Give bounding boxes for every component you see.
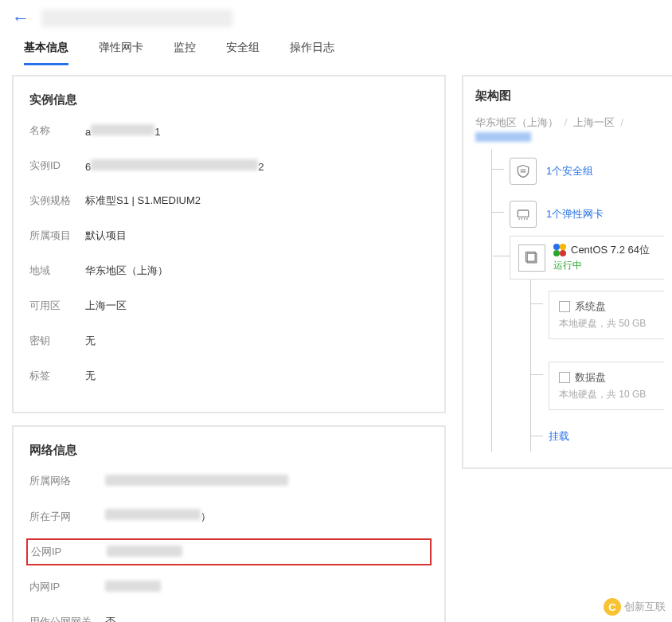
row-spec: 实例规格 标准型S1 | S1.MEDIUM2 bbox=[29, 194, 428, 208]
network-card-icon bbox=[510, 201, 537, 228]
data-disk-desc: 本地硬盘，共 10 GB bbox=[559, 388, 654, 401]
instance-info-title: 实例信息 bbox=[29, 92, 428, 108]
shield-icon bbox=[510, 158, 537, 185]
value-vpc bbox=[105, 475, 288, 488]
row-subnet: 所在子网 ） bbox=[29, 509, 428, 524]
breadcrumb-sep-icon: / bbox=[621, 116, 624, 128]
row-keypair: 密钥 无 bbox=[29, 334, 428, 348]
value-private-ip bbox=[105, 581, 161, 594]
label-private-ip: 内网IP bbox=[29, 580, 105, 594]
watermark-text: 创新互联 bbox=[624, 600, 666, 614]
network-info-title: 网络信息 bbox=[29, 443, 428, 458]
label-public-ip: 公网IP bbox=[31, 545, 107, 559]
row-zone: 可用区 上海一区 bbox=[29, 299, 428, 313]
label-keypair: 密钥 bbox=[29, 334, 85, 348]
disk-icon bbox=[559, 301, 570, 312]
value-instance-id: 62 bbox=[85, 159, 264, 173]
label-zone: 可用区 bbox=[29, 299, 85, 313]
value-keypair: 无 bbox=[85, 334, 96, 348]
row-gateway: 用作公网网关 否 bbox=[29, 615, 428, 622]
label-tag: 标签 bbox=[29, 369, 85, 383]
row-public-ip: 公网IP bbox=[31, 545, 427, 559]
label-region: 地域 bbox=[29, 264, 85, 278]
watermark-logo-icon: C bbox=[604, 598, 621, 616]
tree-node-os: CentOS 7.2 64位 运行中 bbox=[510, 236, 664, 280]
server-stack-icon bbox=[518, 244, 545, 272]
svg-rect-2 bbox=[518, 210, 528, 217]
tree-node-data-disk: 数据盘 本地硬盘，共 10 GB bbox=[531, 350, 664, 421]
public-ip-highlight: 公网IP bbox=[26, 538, 432, 565]
tabs-bar: 基本信息 弹性网卡 监控 安全组 操作日志 bbox=[0, 33, 672, 65]
value-name: a1 bbox=[85, 124, 160, 138]
value-subnet: ） bbox=[105, 509, 211, 524]
architecture-tree: 1个安全组 1个弹性网卡 CentOS 7.2 64位 bbox=[491, 150, 664, 452]
os-status: 运行中 bbox=[553, 259, 650, 272]
label-subnet: 所在子网 bbox=[29, 510, 105, 524]
value-public-ip bbox=[107, 546, 182, 559]
watermark: C 创新互联 bbox=[604, 598, 666, 616]
tree-node-system-disk: 系统盘 本地硬盘，共 50 GB bbox=[531, 280, 664, 350]
system-disk-desc: 本地硬盘，共 50 GB bbox=[559, 317, 654, 331]
tab-eni[interactable]: 弹性网卡 bbox=[99, 41, 143, 65]
security-group-link[interactable]: 1个安全组 bbox=[546, 165, 593, 177]
row-tag: 标签 无 bbox=[29, 369, 428, 383]
tree-node-security-group: 1个安全组 bbox=[492, 150, 664, 193]
row-region: 地域 华东地区（上海） bbox=[29, 264, 428, 278]
os-name: CentOS 7.2 64位 bbox=[571, 243, 650, 257]
architecture-title: 架构图 bbox=[475, 88, 664, 104]
architecture-breadcrumb: 华东地区（上海） / 上海一区 / bbox=[475, 115, 664, 142]
mount-link[interactable]: 挂载 bbox=[549, 421, 569, 452]
label-vpc: 所属网络 bbox=[29, 474, 105, 488]
architecture-panel: 架构图 华东地区（上海） / 上海一区 / 1个安全组 bbox=[462, 75, 672, 469]
back-arrow-icon[interactable]: ← bbox=[12, 8, 29, 29]
system-disk-name: 系统盘 bbox=[575, 299, 606, 314]
row-name: 名称 a1 bbox=[29, 123, 428, 138]
tree-node-eni: 1个弹性网卡 bbox=[492, 193, 664, 236]
row-vpc: 所属网络 bbox=[29, 474, 428, 488]
value-gateway: 否 bbox=[105, 615, 115, 622]
value-tag: 无 bbox=[85, 369, 96, 383]
label-name: 名称 bbox=[29, 123, 85, 138]
tab-monitor[interactable]: 监控 bbox=[174, 41, 196, 65]
tab-security-group[interactable]: 安全组 bbox=[226, 41, 260, 65]
breadcrumb-region: 华东地区（上海） bbox=[475, 116, 558, 128]
row-project: 所属项目 默认项目 bbox=[29, 229, 428, 243]
page-title-redacted bbox=[41, 10, 232, 27]
label-project: 所属项目 bbox=[29, 229, 85, 243]
value-spec: 标准型S1 | S1.MEDIUM2 bbox=[85, 194, 201, 208]
value-region: 华东地区（上海） bbox=[85, 264, 168, 278]
label-instance-id: 实例ID bbox=[29, 158, 85, 173]
disk-icon bbox=[559, 372, 570, 383]
instance-info-panel: 实例信息 名称 a1 实例ID 62 实例规格 标准型S1 | S1.MEDIU… bbox=[12, 75, 446, 413]
data-disk-name: 数据盘 bbox=[575, 370, 606, 385]
tab-basic-info[interactable]: 基本信息 bbox=[24, 41, 68, 65]
disk-subtree: 系统盘 本地硬盘，共 50 GB 数据盘 本地硬盘，共 10 GB bbox=[530, 280, 664, 452]
value-project: 默认项目 bbox=[85, 229, 127, 243]
breadcrumb-sep-icon: / bbox=[565, 116, 568, 128]
label-spec: 实例规格 bbox=[29, 194, 85, 208]
eni-link[interactable]: 1个弹性网卡 bbox=[546, 208, 604, 220]
tab-operation-log[interactable]: 操作日志 bbox=[290, 41, 334, 65]
value-zone: 上海一区 bbox=[85, 299, 127, 313]
os-logo-icon bbox=[553, 244, 566, 256]
label-gateway: 用作公网网关 bbox=[29, 615, 105, 622]
network-info-panel: 网络信息 所属网络 所在子网 ） 公网IP 内网IP 用作公网网关 bbox=[12, 425, 446, 622]
breadcrumb-redacted bbox=[475, 132, 531, 142]
breadcrumb-zone: 上海一区 bbox=[573, 116, 615, 128]
row-private-ip: 内网IP bbox=[29, 580, 428, 594]
row-instance-id: 实例ID 62 bbox=[29, 158, 428, 173]
